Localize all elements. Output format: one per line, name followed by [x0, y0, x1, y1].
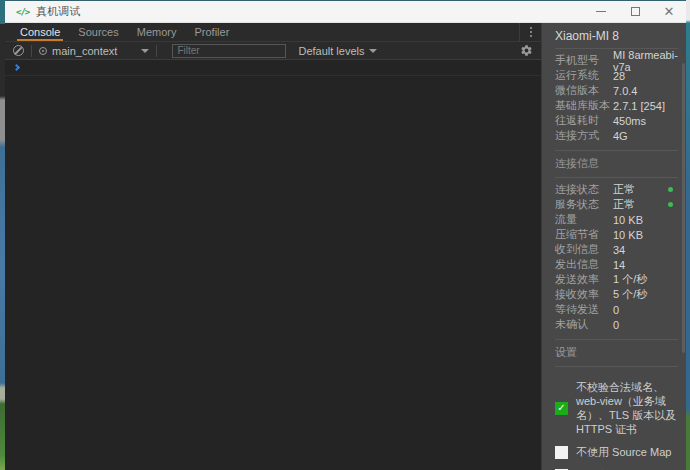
device-name: Xiaomi-MI 8: [555, 23, 678, 49]
info-label: 往返耗时: [555, 113, 613, 128]
section-header-connection: 连接信息: [555, 150, 678, 178]
desktop-wallpaper-right: [686, 0, 690, 470]
device-info-panel: Xiaomi-MI 8 手机型号MI 8armeabi-v7a 运行系统28 微…: [541, 23, 686, 470]
info-row: 手机型号MI 8armeabi-v7a: [555, 53, 678, 68]
info-row: 连接状态正常: [555, 182, 678, 197]
tab-profiler[interactable]: Profiler: [185, 23, 238, 41]
info-label: 基础库版本: [555, 98, 613, 113]
devtools-menu-button[interactable]: [519, 23, 541, 41]
maximize-button[interactable]: [618, 1, 652, 22]
connection-info-section: 连接状态正常 服务状态正常 流量10 KB 压缩节省10 KB 收到信息34 发…: [555, 178, 678, 337]
device-info-section: 手机型号MI 8armeabi-v7a 运行系统28 微信版本7.0.4 基础库…: [555, 49, 678, 148]
tab-console[interactable]: Console: [11, 23, 69, 41]
checkbox-checked-icon[interactable]: ✓: [555, 402, 568, 415]
chevron-down-icon: [141, 49, 149, 53]
info-row: 发出信息14: [555, 257, 678, 272]
info-label: 发出信息: [555, 257, 613, 272]
console-input-row[interactable]: [5, 60, 541, 76]
info-value: 28: [613, 70, 678, 82]
settings-gear-icon[interactable]: [520, 44, 533, 57]
info-value: 2.7.1 [254]: [613, 100, 678, 112]
info-label: 压缩节省: [555, 227, 613, 242]
title-bar: </> 真机调试 ✕: [5, 1, 686, 23]
toolbar-separator: [156, 45, 157, 57]
maximize-icon: [631, 7, 640, 16]
clear-console-icon[interactable]: [13, 45, 24, 56]
main-split: Console Sources Memory Profiler main_con…: [5, 23, 686, 470]
status-ok-dot: [668, 202, 673, 207]
info-value: 10 KB: [613, 229, 678, 241]
tab-bar-spacer: [238, 23, 519, 41]
info-label: 等待发送: [555, 302, 613, 317]
info-row: 接收效率5 个/秒: [555, 287, 678, 302]
log-levels-selector[interactable]: Default levels: [298, 45, 377, 57]
info-label: 接收效率: [555, 287, 613, 302]
info-value: 0: [613, 304, 678, 316]
tab-memory[interactable]: Memory: [128, 23, 186, 41]
info-value: 5 个/秒: [613, 287, 678, 302]
info-label: 微信版本: [555, 83, 613, 98]
info-value: 1 个/秒: [613, 272, 678, 287]
devtools-tab-bar: Console Sources Memory Profiler: [5, 23, 541, 41]
app-window: </> 真机调试 ✕ Console Sources Memory Profil…: [5, 0, 686, 470]
info-value: 14: [613, 259, 678, 271]
toolbar-separator: [31, 45, 32, 57]
info-label: 收到信息: [555, 242, 613, 257]
close-icon: ✕: [664, 5, 675, 18]
section-header-settings: 设置: [555, 339, 678, 367]
info-row: 发送效率1 个/秒: [555, 272, 678, 287]
setting-label: 不使用 Source Map: [576, 445, 671, 459]
filter-input[interactable]: [172, 44, 286, 58]
menu-dots-icon: [530, 27, 532, 29]
info-label: 连接状态: [555, 182, 613, 197]
console-output[interactable]: [5, 60, 541, 470]
minimize-icon: [596, 11, 606, 12]
settings-section: ✓ 不校验合法域名、web-view（业务域名）、TLS 版本以及 HTTPS …: [555, 367, 678, 470]
tab-sources[interactable]: Sources: [69, 23, 127, 41]
context-icon: [39, 47, 47, 55]
devtools-pane: Console Sources Memory Profiler main_con…: [5, 23, 541, 470]
info-value: 7.0.4: [613, 85, 678, 97]
info-value: 4G: [613, 130, 678, 142]
close-button[interactable]: ✕: [652, 1, 686, 22]
console-toolbar: main_context Default levels: [5, 41, 541, 60]
log-levels-label: Default levels: [298, 45, 364, 57]
setting-skip-domain-check[interactable]: ✓ 不校验合法域名、web-view（业务域名）、TLS 版本以及 HTTPS …: [555, 380, 678, 436]
panel-scrollbar[interactable]: [682, 63, 685, 353]
info-row: 往返耗时450ms: [555, 113, 678, 128]
info-row: 压缩节省10 KB: [555, 227, 678, 242]
info-label: 发送效率: [555, 272, 613, 287]
info-value: 正常: [613, 182, 678, 197]
info-row: 服务状态正常: [555, 197, 678, 212]
info-value: 450ms: [613, 115, 678, 127]
checkbox-unchecked-icon[interactable]: [555, 446, 568, 459]
info-label: 服务状态: [555, 197, 613, 212]
window-controls: ✕: [584, 1, 686, 22]
console-prompt-icon: [13, 64, 20, 71]
window-title: 真机调试: [36, 4, 80, 19]
chevron-down-icon: [369, 49, 377, 53]
code-icon: </>: [16, 7, 29, 17]
info-row: 连接方式4G: [555, 128, 678, 143]
info-row: 收到信息34: [555, 242, 678, 257]
setting-disable-source-map[interactable]: 不使用 Source Map: [555, 445, 678, 459]
info-value: 34: [613, 244, 678, 256]
setting-label: 不校验合法域名、web-view（业务域名）、TLS 版本以及 HTTPS 证书: [576, 380, 678, 436]
minimize-button[interactable]: [584, 1, 618, 22]
info-row: 未确认0: [555, 317, 678, 332]
info-value: 正常: [613, 197, 678, 212]
info-row: 运行系统28: [555, 68, 678, 83]
info-value: 0: [613, 319, 678, 331]
info-label: 流量: [555, 212, 613, 227]
context-selector[interactable]: main_context: [39, 45, 149, 57]
info-row: 等待发送0: [555, 302, 678, 317]
info-row: 基础库版本2.7.1 [254]: [555, 98, 678, 113]
info-label: 连接方式: [555, 128, 613, 143]
status-ok-dot: [668, 187, 673, 192]
info-value: 10 KB: [613, 214, 678, 226]
info-label: 手机型号: [555, 53, 613, 68]
info-row: 流量10 KB: [555, 212, 678, 227]
info-label: 未确认: [555, 317, 613, 332]
context-selected-label: main_context: [52, 45, 117, 57]
info-label: 运行系统: [555, 68, 613, 83]
